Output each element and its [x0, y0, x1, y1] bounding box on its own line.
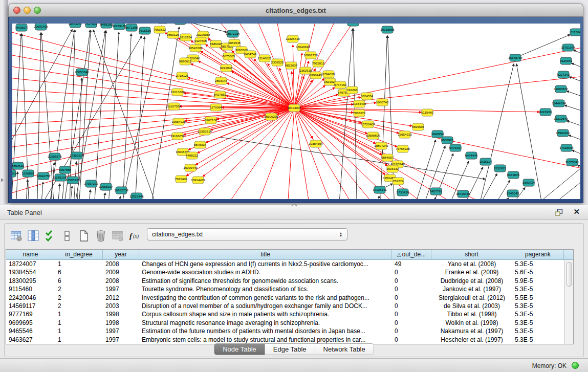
deselect-all-icon[interactable]: [59, 228, 75, 244]
graph-node[interactable]: 6794028: [322, 71, 335, 78]
graph-node[interactable]: 8186328: [210, 40, 223, 48]
column-header-out_de[interactable]: △out_de...: [392, 250, 431, 259]
graph-node[interactable]: 20691406: [34, 24, 48, 30]
graph-node[interactable]: 18300295: [264, 113, 278, 120]
graph-node[interactable]: 9860125: [167, 31, 180, 38]
graph-node[interactable]: 9474444: [465, 152, 478, 159]
graph-node[interactable]: 9127505: [194, 37, 207, 45]
graph-node[interactable]: 16648784: [508, 54, 522, 61]
graph-node[interactable]: 17918504: [559, 144, 574, 151]
graph-node[interactable]: 12325419: [286, 35, 300, 42]
graph-node[interactable]: 8454749: [244, 51, 257, 58]
graph-node[interactable]: 252274: [393, 178, 404, 185]
graph-node[interactable]: 10719195: [112, 24, 126, 30]
table-row[interactable]: 2242004622012Investigating the contribut…: [6, 294, 564, 302]
graph-node[interactable]: 2935114: [480, 158, 492, 165]
close-panel-icon[interactable]: ✕: [573, 207, 580, 216]
graph-node[interactable]: 10688609: [366, 132, 380, 139]
table-row[interactable]: 969969511998Structural magnetic resonanc…: [6, 319, 564, 327]
graph-node[interactable]: 9884067: [381, 154, 394, 161]
column-header-in_degree[interactable]: in_degree: [55, 250, 103, 259]
window-titlebar[interactable]: citations_edges.txt: [8, 3, 583, 17]
graph-node[interactable]: 13505135: [66, 177, 80, 184]
graph-node[interactable]: 12942757: [36, 172, 51, 180]
graph-node[interactable]: 2358520: [271, 59, 284, 66]
graph-node[interactable]: 8466160: [100, 24, 113, 28]
table-scrollbar[interactable]: [564, 260, 573, 344]
graph-node[interactable]: 18107554: [167, 103, 181, 110]
graph-node[interactable]: 21364436: [352, 100, 366, 107]
graph-node[interactable]: 10958167: [99, 183, 113, 190]
graph-node[interactable]: 15751074: [561, 44, 575, 51]
graph-node[interactable]: 1170064: [210, 104, 222, 111]
graph-node[interactable]: 9777169: [334, 81, 347, 89]
panel-drag-handle[interactable]: [291, 203, 297, 208]
graph-node[interactable]: 15720407: [361, 121, 375, 128]
graph-node[interactable]: 12353514: [198, 128, 212, 135]
graph-node[interactable]: 20206576: [48, 153, 62, 160]
graph-node[interactable]: 1080748: [376, 99, 389, 106]
table-settings-icon[interactable]: [9, 228, 24, 244]
table-row[interactable]: 977716911998Corpus callosum shape and si…: [6, 310, 564, 318]
tab-edge-table[interactable]: Edge Table: [265, 344, 315, 355]
network-graph[interactable]: 9405572069140610653287152760284661601071…: [12, 24, 580, 199]
column-select-icon[interactable]: [26, 228, 41, 244]
graph-node[interactable]: 7986372: [353, 110, 366, 117]
graph-node[interactable]: 3624554: [361, 93, 374, 100]
graph-node[interactable]: 16914479: [191, 177, 205, 184]
graph-node[interactable]: 12444194: [552, 100, 566, 107]
graph-node[interactable]: 8471876: [507, 171, 520, 179]
graph-node[interactable]: 2718126: [176, 72, 189, 79]
graph-node[interactable]: 79756928: [396, 145, 410, 152]
graph-node[interactable]: 16961758: [303, 52, 318, 59]
graph-node[interactable]: 12923446: [129, 193, 144, 199]
graph-node[interactable]: 13146821: [257, 55, 272, 62]
graph-node[interactable]: 9129946: [560, 57, 573, 64]
graph-node[interactable]: 9699695: [412, 123, 425, 130]
float-panel-icon[interactable]: [555, 209, 563, 216]
graph-node[interactable]: 7955812: [312, 60, 325, 67]
graph-node[interactable]: 19384554: [309, 140, 323, 147]
column-header-title[interactable]: title: [139, 250, 392, 259]
graph-node[interactable]: 16099449: [183, 164, 198, 171]
graph-node[interactable]: 19654925: [171, 118, 186, 125]
graph-node[interactable]: 10653333: [173, 24, 187, 25]
graph-node[interactable]: 9242848: [220, 64, 233, 72]
graph-node[interactable]: 18807249: [374, 142, 388, 149]
graph-node[interactable]: 7632621: [494, 165, 507, 172]
graph-node[interactable]: 8267130: [205, 117, 217, 124]
graph-node[interactable]: 3915513: [12, 170, 17, 177]
graph-node[interactable]: 8822037: [285, 62, 298, 69]
graph-node[interactable]: 9227343: [557, 71, 570, 78]
graph-node[interactable]: 1156869: [22, 170, 34, 177]
network-table-selector[interactable]: citations_edges.txt ▲▼: [147, 228, 347, 240]
graph-node[interactable]: 7663822: [154, 26, 166, 33]
graph-node[interactable]: 8671388: [125, 24, 138, 31]
new-table-icon[interactable]: [76, 228, 92, 244]
graph-node[interactable]: 18572234: [226, 30, 240, 37]
delete-row-icon[interactable]: [93, 228, 108, 244]
graph-node[interactable]: 18724007: [287, 104, 301, 112]
graph-node[interactable]: 9097588: [59, 166, 72, 173]
graph-node[interactable]: 1527602: [85, 24, 98, 28]
graph-node[interactable]: 1881546: [228, 39, 241, 47]
graph-node[interactable]: 7615526: [139, 27, 151, 34]
tab-network-table[interactable]: Network Table: [315, 344, 374, 355]
graph-node[interactable]: 19654923: [398, 131, 412, 138]
table-row[interactable]: 946554611997Estimation of the future num…: [6, 327, 564, 335]
graph-node[interactable]: 1840954: [431, 130, 444, 138]
column-header-pagerank[interactable]: pagerank: [512, 250, 564, 259]
graph-node[interactable]: 8990445: [310, 72, 322, 79]
graph-node[interactable]: 20053346: [75, 69, 89, 76]
network-canvas[interactable]: 9405572069140610653287152760284661601071…: [12, 24, 580, 199]
table-row[interactable]: 1872400712008Changes of HCN gene express…: [6, 260, 564, 268]
graph-node[interactable]: 8938923: [441, 137, 454, 144]
delete-table-icon-disabled[interactable]: [110, 228, 125, 244]
graph-node[interactable]: 16782759: [114, 187, 128, 194]
table-row[interactable]: 1938455462009Genome-wide association stu…: [6, 268, 564, 276]
graph-node[interactable]: 8215953: [539, 108, 552, 116]
column-header-name[interactable]: name: [6, 250, 55, 259]
graph-node[interactable]: 15992931: [556, 129, 570, 137]
table-row[interactable]: 911546021997Tourette syndrome. Phenomeno…: [6, 285, 564, 293]
graph-node[interactable]: 17359924: [70, 152, 84, 159]
